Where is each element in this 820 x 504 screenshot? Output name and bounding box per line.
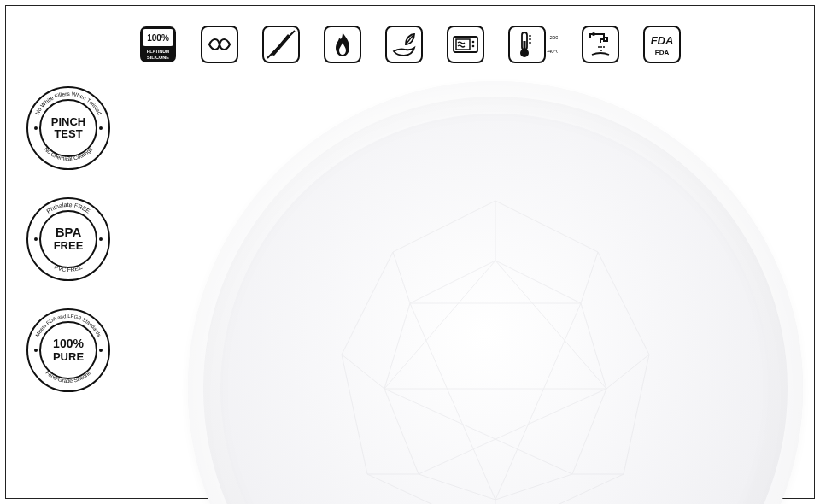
bpa-free-badge: Phthalate FREE PVC FREE BPA FREE	[26, 196, 111, 282]
svg-point-50	[34, 349, 38, 352]
svg-point-15	[472, 45, 475, 48]
svg-rect-9	[386, 26, 422, 62]
svg-line-67	[410, 303, 495, 500]
svg-text:-40°C: -40°C	[547, 49, 558, 54]
svg-point-35	[99, 126, 102, 130]
pinch-test-badge: No White Fillers When Twisted No Chemica…	[26, 85, 111, 171]
svg-line-65	[384, 261, 495, 389]
svg-marker-55	[384, 261, 606, 500]
food-safe-hand-icon	[385, 26, 423, 63]
svg-line-66	[495, 303, 581, 500]
svg-point-51	[99, 349, 102, 352]
svg-text:TEST: TEST	[54, 127, 82, 140]
geometric-facet-pattern	[239, 132, 752, 504]
svg-line-63	[393, 252, 410, 303]
svg-text:FREE: FREE	[54, 239, 84, 252]
svg-rect-25	[583, 26, 618, 62]
svg-text:FDA: FDA	[651, 34, 674, 47]
svg-point-14	[472, 41, 475, 44]
svg-text:+230°C: +230°C	[547, 35, 558, 40]
svg-text:100%: 100%	[53, 337, 84, 350]
svg-line-64	[495, 261, 606, 389]
temperature-range-icon: +230°C -40°C	[508, 26, 558, 63]
svg-text:BPA: BPA	[56, 225, 82, 239]
flexible-icon	[201, 26, 238, 63]
svg-text:100%: 100%	[147, 33, 169, 43]
no-knife-icon	[262, 26, 300, 63]
svg-text:PURE: PURE	[53, 350, 84, 363]
dishwasher-safe-icon	[582, 26, 619, 63]
svg-rect-13	[456, 39, 470, 50]
svg-point-42	[34, 237, 38, 241]
pure-badge: Meets FDA and LFGB Standards Food-Grade …	[26, 308, 111, 393]
svg-point-34	[34, 126, 38, 130]
platinum-silicone-icon: 100% PLATINUM SILICONE	[139, 26, 177, 63]
fda-icon: FDA FDA	[643, 26, 681, 63]
svg-line-57	[581, 252, 598, 303]
svg-point-26	[592, 32, 595, 36]
feature-icon-row: 100% PLATINUM SILICONE	[0, 26, 820, 63]
svg-text:SILICONE: SILICONE	[147, 55, 169, 60]
svg-line-7	[267, 31, 295, 58]
svg-text:FDA: FDA	[655, 49, 670, 56]
svg-point-43	[99, 237, 102, 241]
certification-badges: No White Fillers When Twisted No Chemica…	[26, 85, 111, 393]
flame-safe-icon	[324, 26, 361, 63]
svg-text:PLATINUM: PLATINUM	[147, 49, 169, 54]
svg-text:PINCH: PINCH	[51, 115, 85, 128]
microwave-safe-icon	[447, 26, 484, 63]
svg-rect-19	[524, 41, 526, 51]
